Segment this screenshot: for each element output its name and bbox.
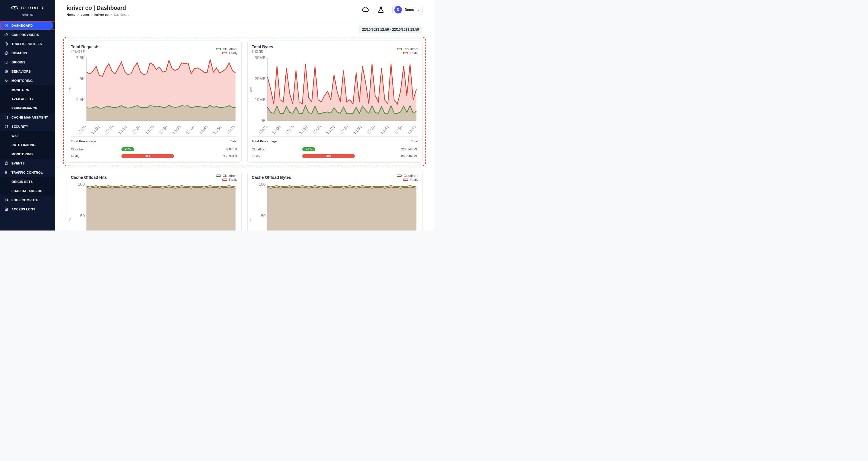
legend-cloudfront[interactable]: Cloudfront	[216, 174, 237, 177]
sidebar-item-monitoring[interactable]: MONITORING	[0, 150, 55, 159]
svg-text:100: 100	[78, 183, 85, 187]
sidebar-item-origins[interactable]: ORIGINS	[0, 58, 55, 67]
cloud-status-icon[interactable]	[361, 6, 369, 14]
svg-text:13:00: 13:00	[257, 125, 268, 134]
sidebar-item-label: DOMAINS	[11, 51, 27, 55]
globe-icon	[4, 51, 9, 55]
svg-text:13:55: 13:55	[406, 125, 417, 134]
legend-cloudfront[interactable]: Cloudfront	[397, 48, 418, 51]
topbar-right: D Demo ⌄	[361, 5, 423, 15]
svg-point-1	[14, 7, 16, 9]
svg-text:13:30: 13:30	[158, 125, 168, 134]
user-name: Demo	[405, 8, 414, 12]
chevron-down-icon: ⌄	[417, 8, 420, 11]
flask-icon[interactable]	[377, 6, 385, 14]
sidebar-item-performance[interactable]: PERFORMANCE	[0, 104, 55, 113]
legend-cloudfront[interactable]: Cloudfront	[216, 48, 237, 51]
sidebar-item-label: ORIGIN SETS	[11, 180, 33, 183]
sidebar-item-label: TRAFFIC POLICIES	[11, 42, 42, 45]
svg-text:10MB: 10MB	[255, 97, 266, 102]
sidebar-item-rate-limiting[interactable]: RATE LIMITING	[0, 141, 55, 150]
breadcrumb-home[interactable]: Home	[67, 13, 75, 17]
sidebar-item-label: TRAFFIC CONTROL	[11, 171, 43, 174]
sidebar-item-label: MONITORS	[11, 88, 29, 92]
table-row: Fastly 80% 356.391 K	[71, 153, 237, 160]
svg-text:13:10: 13:10	[104, 125, 114, 134]
svg-text:13:45: 13:45	[379, 125, 390, 134]
sidebar-item-monitoring[interactable]: MONITORING	[0, 76, 55, 85]
svg-text:13:50: 13:50	[212, 125, 223, 134]
chart: % 5010013:0013:0513:1013:1513:2013:2513:…	[252, 183, 418, 230]
svg-rect-4	[5, 61, 8, 63]
breadcrumb-demo[interactable]: demo	[81, 13, 89, 17]
legend-fastly[interactable]: Fastly	[403, 178, 418, 181]
date-range-chip[interactable]: 22/10/2023 12:59 - 22/10/2023 13:59	[359, 26, 423, 33]
sidebar-item-waf[interactable]: WAF	[0, 131, 55, 141]
sidebar-item-label: EVENTS	[11, 162, 25, 165]
svg-point-7	[7, 71, 7, 72]
row-total: 89.076 K	[187, 148, 237, 151]
y-axis-label: RPM	[69, 87, 71, 92]
sidebar-item-label: MONITORING	[11, 152, 33, 156]
summary-table: Total PercentageTotal Cloudfront 20% 224…	[252, 136, 418, 160]
card-cache-offload-bytes: Cache Offload Bytes Cloudfront Fastly % …	[247, 171, 423, 230]
chart-legend: Cloudfront Fastly	[71, 48, 237, 55]
svg-text:2.5K: 2.5K	[76, 97, 85, 102]
card-total-bytes: Total Bytes1.12 GB Cloudfront Fastly BPM…	[247, 40, 423, 163]
sidebar-item-label: EDGE COMPUTE	[11, 198, 38, 202]
sidebar-item-monitors[interactable]: MONITORS	[0, 85, 55, 94]
y-axis-label: %	[249, 218, 252, 221]
highlighted-card-grid: Total Requests445.467 K Cloudfront Fastl…	[63, 37, 426, 166]
row-total: 224.146 MB	[368, 148, 418, 151]
sidebar-item-access-logs[interactable]: ACCESS LOGS	[0, 205, 55, 214]
sidebar-item-cdn-providers[interactable]: CDN PROVIDERS	[0, 30, 55, 39]
svg-text:13:45: 13:45	[198, 125, 209, 134]
sidebar-item-dashboard[interactable]: DASHBOARD	[0, 21, 53, 30]
sidebar-item-label: CDN PROVIDERS	[11, 33, 39, 36]
svg-point-13	[6, 172, 7, 173]
sidebar-item-security[interactable]: SECURITY	[0, 122, 55, 131]
legend-fastly[interactable]: Fastly	[222, 51, 237, 55]
sidebar-item-label: DASHBOARD	[11, 24, 33, 27]
breadcrumb-separator: >	[91, 13, 92, 17]
sidebar-item-label: ACCESS LOGS	[11, 208, 35, 211]
breadcrumb: Home>demo>ioriver co>Dashboard	[67, 13, 129, 17]
user-menu[interactable]: D Demo ⌄	[392, 5, 423, 15]
svg-point-12	[6, 172, 7, 172]
sidebar-item-traffic-policies[interactable]: TRAFFIC POLICIES	[0, 39, 55, 49]
date-range-row: 22/10/2023 12:59 - 22/10/2023 13:59	[67, 26, 423, 33]
svg-text:0B: 0B	[260, 118, 266, 123]
svg-point-14	[6, 173, 7, 173]
chart-legend: Cloudfront Fastly	[71, 174, 237, 181]
sidebar-item-label: SECURITY	[11, 125, 28, 128]
page-title: ioriver co | Dashboard	[67, 5, 129, 11]
sidebar-item-load-balancers[interactable]: LOAD BALANCERS	[0, 186, 55, 195]
chart-legend: Cloudfront Fastly	[252, 174, 418, 181]
percentage-bar: 20%	[302, 147, 368, 151]
sidebar-item-traffic-control[interactable]: TRAFFIC CONTROL	[0, 168, 55, 177]
sidebar-nav: DASHBOARDCDN PROVIDERSTRAFFIC POLICIESDO…	[0, 21, 55, 214]
svg-rect-15	[5, 199, 7, 201]
svg-text:13:30: 13:30	[339, 125, 349, 134]
sidebar-item-domains[interactable]: DOMAINS	[0, 49, 55, 58]
sidebar-item-cache-management[interactable]: CACHE MANAGEMENT	[0, 113, 55, 122]
sidebar-item-events[interactable]: EVENTS	[0, 159, 55, 168]
traffic-icon	[4, 170, 9, 175]
sidebar-item-behaviors[interactable]: BEHAVIORS	[0, 67, 55, 76]
legend-fastly[interactable]: Fastly	[222, 178, 237, 181]
brand-subtitle-link[interactable]: ioriver co	[22, 13, 34, 17]
sidebar-item-edge-compute[interactable]: EDGE COMPUTE	[0, 195, 55, 205]
svg-text:13:35: 13:35	[352, 125, 363, 134]
sidebar-item-availability[interactable]: AVAILABILITY	[0, 94, 55, 104]
sidebar-item-origin-sets[interactable]: ORIGIN SETS	[0, 177, 55, 186]
svg-text:50: 50	[261, 214, 266, 218]
svg-text:13:40: 13:40	[185, 125, 195, 134]
breadcrumb-dashboard: Dashboard	[114, 13, 129, 17]
table-row: Cloudfront 20% 224.146 MB	[252, 146, 418, 153]
legend-cloudfront[interactable]: Cloudfront	[397, 174, 418, 177]
breadcrumb-ioriver-co[interactable]: ioriver co	[94, 13, 109, 17]
legend-fastly[interactable]: Fastly	[403, 51, 418, 55]
sidebar-item-label: PERFORMANCE	[11, 106, 37, 110]
topbar: ioriver co | Dashboard Home>demo>ioriver…	[55, 0, 434, 19]
card-cache-offload-hits: Cache Offload Hits Cloudfront Fastly % 5…	[67, 171, 242, 230]
